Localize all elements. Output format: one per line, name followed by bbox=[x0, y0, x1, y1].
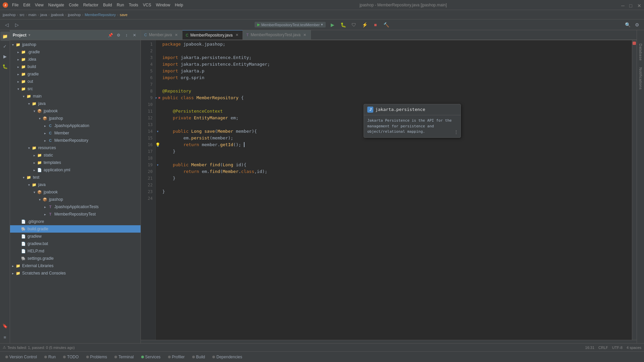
tree-item-build[interactable]: ▸📁build bbox=[10, 63, 141, 70]
tree-item-gradlew-bat[interactable]: 📄gradlew.bat bbox=[10, 240, 141, 247]
side-icon-structure[interactable]: ≡ bbox=[0, 333, 10, 342]
bottom-tab-profiler[interactable]: Profiler bbox=[165, 353, 187, 361]
tree-item-gradle[interactable]: ▸📁.gradle bbox=[10, 48, 141, 56]
tree-item-idea[interactable]: ▸📁.idea bbox=[10, 56, 141, 63]
tree-item-Member[interactable]: ▸CMember bbox=[10, 129, 141, 137]
tree-item-out[interactable]: ▸📁out bbox=[10, 78, 141, 85]
toolbar-btn-1[interactable]: ◁ bbox=[3, 21, 11, 29]
editor-content[interactable]: 123456789101112131415161718192021222324 … bbox=[141, 40, 637, 340]
bottom-tab-build[interactable]: Build bbox=[190, 353, 208, 361]
menu-code[interactable]: Code bbox=[67, 2, 80, 8]
maximize-button[interactable]: □ bbox=[629, 3, 633, 7]
menu-view[interactable]: View bbox=[33, 2, 46, 8]
profile-button[interactable]: ⚡ bbox=[361, 21, 369, 29]
coverage-button[interactable]: 🛡 bbox=[350, 21, 358, 29]
bottom-tab-dependencies[interactable]: Dependencies bbox=[210, 353, 245, 361]
tree-item-jpabook[interactable]: ▾📦jpabook bbox=[10, 107, 141, 115]
tab-close-member[interactable]: ✕ bbox=[174, 33, 179, 37]
window-controls[interactable]: ─ □ ✕ bbox=[621, 3, 641, 7]
tree-item-gradle2[interactable]: ▸📁gradle bbox=[10, 70, 141, 78]
bottom-tab-services[interactable]: Services bbox=[139, 353, 163, 361]
tree-item-ext-libs[interactable]: ▸📁External Libraries bbox=[10, 262, 141, 269]
test-icon-9[interactable]: ✖ bbox=[158, 95, 161, 101]
tab-close-memberrepotest[interactable]: ✕ bbox=[303, 33, 307, 37]
bc-subpkg[interactable]: jpashop bbox=[68, 13, 81, 17]
tree-item-main[interactable]: ▾📁main bbox=[10, 93, 141, 100]
tree-item-build-gradle[interactable]: 🐘build.gradle bbox=[10, 225, 141, 233]
tree-item-HELP-md[interactable]: 📄HELP.md bbox=[10, 247, 141, 255]
file-tab-memberrepo[interactable]: CMemberRepository.java✕ bbox=[182, 30, 243, 40]
run-config-dropdown-icon[interactable]: ▾ bbox=[321, 22, 323, 27]
tree-item-settings-gradle[interactable]: 🐘settings.gradle bbox=[10, 255, 141, 262]
settings-button[interactable]: ⚙ bbox=[633, 21, 641, 29]
tree-item-src[interactable]: ▾📁src bbox=[10, 85, 141, 93]
indentation[interactable]: 4 spaces bbox=[627, 346, 641, 350]
tree-item-application.yml[interactable]: ▸📄application.yml bbox=[10, 166, 141, 174]
project-panel-dropdown[interactable]: ▾ bbox=[29, 33, 30, 37]
bc-java[interactable]: java bbox=[40, 13, 47, 17]
bc-method[interactable]: save bbox=[120, 13, 127, 17]
bc-src[interactable]: src bbox=[19, 13, 24, 17]
menu-file[interactable]: File bbox=[10, 2, 20, 8]
panel-pin-btn[interactable]: 📌 bbox=[107, 32, 114, 39]
stop-button[interactable]: ■ bbox=[371, 21, 379, 29]
menu-bar[interactable]: FileEditViewNavigateCodeRefactorBuildRun… bbox=[10, 2, 185, 8]
tree-item-test-jpashop[interactable]: ▾📦jpashop bbox=[10, 196, 141, 203]
tree-item-jpashop-pkg[interactable]: ▾📦jpashop bbox=[10, 115, 141, 122]
menu-run[interactable]: Run bbox=[115, 2, 126, 8]
tree-item-JpashopApplication[interactable]: ▸CJpashopApplication bbox=[10, 122, 141, 129]
build-button[interactable]: 🔨 bbox=[382, 21, 390, 29]
fold-icon-14[interactable]: ▾ bbox=[156, 129, 160, 134]
tree-item-MemberRepository[interactable]: ▸CMemberRepository bbox=[10, 137, 141, 144]
menu-navigate[interactable]: Navigate bbox=[46, 2, 66, 8]
debug-button[interactable]: 🐛 bbox=[339, 21, 347, 29]
bc-pkg[interactable]: jpabook bbox=[51, 13, 64, 17]
bottom-tab-problems[interactable]: Problems bbox=[84, 353, 110, 361]
menu-tools[interactable]: Tools bbox=[127, 2, 140, 8]
menu-refactor[interactable]: Refactor bbox=[81, 2, 100, 8]
hint-icon-16[interactable]: 💡 bbox=[156, 142, 160, 147]
autocomplete-menu-btn[interactable]: ⋮ bbox=[454, 129, 459, 135]
menu-edit[interactable]: Edit bbox=[21, 2, 32, 8]
tree-item-templates[interactable]: ▸📁templates bbox=[10, 159, 141, 166]
side-icon-project[interactable]: 📁 bbox=[0, 32, 10, 41]
toolbar-btn-2[interactable]: ▷ bbox=[13, 21, 21, 29]
bottom-tab-todo[interactable]: TODO bbox=[60, 353, 81, 361]
menu-window[interactable]: Window bbox=[154, 2, 172, 8]
bc-project[interactable]: jpashop bbox=[3, 13, 16, 17]
minimize-button[interactable]: ─ bbox=[621, 3, 625, 7]
search-button[interactable]: 🔍 bbox=[624, 21, 632, 29]
bottom-tab-version-control[interactable]: Version Control bbox=[3, 353, 40, 361]
menu-build[interactable]: Build bbox=[101, 2, 114, 8]
tree-item-gitignore[interactable]: 📄.gitignore bbox=[10, 218, 141, 225]
encoding[interactable]: UTF-8 bbox=[612, 346, 623, 350]
tree-item-MemberRepositoryTest[interactable]: ▸TMemberRepositoryTest bbox=[10, 210, 141, 218]
bc-file[interactable]: MemberRepository bbox=[85, 13, 116, 17]
side-icon-bookmarks[interactable]: 🔖 bbox=[0, 321, 10, 330]
tree-item-test-jpabook[interactable]: ▾📦jpabook bbox=[10, 188, 141, 196]
tab-close-memberrepo[interactable]: ✕ bbox=[234, 33, 239, 38]
file-tab-member[interactable]: CMember.java✕ bbox=[141, 30, 182, 40]
side-icon-debug[interactable]: 🐛 bbox=[0, 62, 10, 71]
tree-item-test-java[interactable]: ▾📁java bbox=[10, 181, 141, 188]
tree-item-test[interactable]: ▾📁test bbox=[10, 174, 141, 181]
menu-vcs[interactable]: VCS bbox=[141, 2, 153, 8]
tree-item-static[interactable]: ▸📁static bbox=[10, 152, 141, 159]
cursor-position[interactable]: 16:31 bbox=[585, 346, 595, 350]
close-button[interactable]: ✕ bbox=[637, 3, 641, 7]
db-tab[interactable]: Database bbox=[639, 44, 643, 61]
error-stripe[interactable] bbox=[633, 42, 636, 45]
run-button[interactable]: ▶ bbox=[328, 21, 336, 29]
bottom-tab-terminal[interactable]: Terminal bbox=[112, 353, 136, 361]
tree-item-resources[interactable]: ▾📁resources bbox=[10, 144, 141, 152]
file-tab-memberrepotest[interactable]: TMemberRepositoryTest.java✕ bbox=[243, 30, 311, 40]
tree-item-scratches[interactable]: ▸📁Scratches and Consoles bbox=[10, 269, 141, 277]
tree-item-java[interactable]: ▾📁java bbox=[10, 100, 141, 107]
bc-main[interactable]: main bbox=[29, 13, 37, 17]
tree-item-root[interactable]: ▾📁jpashop bbox=[10, 41, 141, 48]
run-config-selector[interactable]: ▶ MemberRepositoryTest.testMember ▾ bbox=[255, 22, 326, 27]
code-editor[interactable]: package jpabook.jpashop;import jakarta.p… bbox=[156, 40, 632, 340]
panel-close-btn[interactable]: ✕ bbox=[131, 32, 138, 39]
menu-help[interactable]: Help bbox=[173, 2, 185, 8]
tree-item-gradlew[interactable]: 📄gradlew bbox=[10, 233, 141, 240]
